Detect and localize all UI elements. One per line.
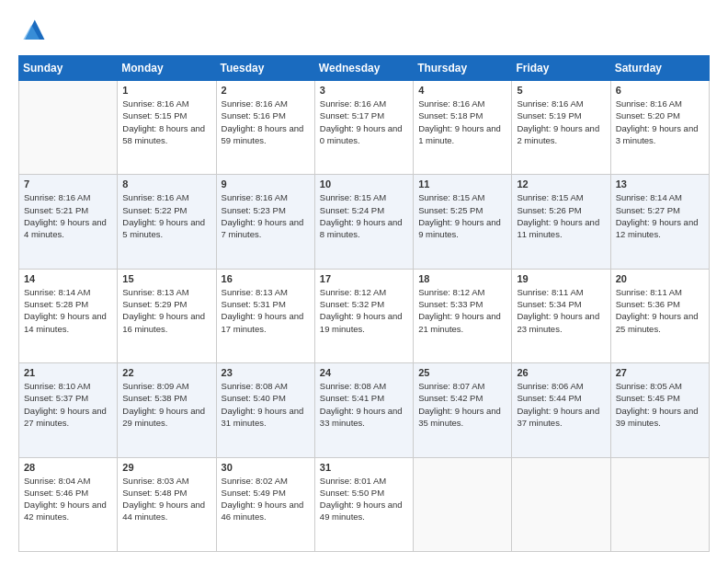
- weekday-header-row: SundayMondayTuesdayWednesdayThursdayFrid…: [19, 56, 710, 81]
- day-number: 15: [122, 273, 210, 284]
- day-number: 17: [320, 273, 408, 284]
- day-info: Sunrise: 8:16 AMSunset: 5:15 PMDaylight:…: [122, 98, 210, 146]
- weekday-header-friday: Friday: [512, 56, 610, 81]
- header: [18, 17, 710, 46]
- day-info: Sunrise: 8:13 AMSunset: 5:29 PMDaylight:…: [122, 286, 210, 335]
- day-number: 19: [517, 273, 605, 284]
- logo-icon: [18, 17, 48, 46]
- day-number: 26: [517, 367, 605, 378]
- day-info: Sunrise: 8:14 AMSunset: 5:28 PMDaylight:…: [24, 286, 112, 335]
- day-info: Sunrise: 8:08 AMSunset: 5:41 PMDaylight:…: [320, 380, 408, 429]
- calendar-cell: [414, 457, 512, 551]
- day-info: Sunrise: 8:16 AMSunset: 5:16 PMDaylight:…: [222, 98, 310, 146]
- weekday-header-thursday: Thursday: [414, 56, 512, 81]
- calendar-cell: 15Sunrise: 8:13 AMSunset: 5:29 PMDayligh…: [118, 269, 216, 362]
- calendar-cell: [610, 457, 709, 551]
- day-info: Sunrise: 8:13 AMSunset: 5:31 PMDaylight:…: [222, 286, 310, 335]
- calendar-cell: 27Sunrise: 8:05 AMSunset: 5:45 PMDayligh…: [610, 363, 709, 457]
- day-number: 28: [24, 462, 112, 473]
- day-number: 8: [122, 178, 210, 190]
- calendar-cell: 16Sunrise: 8:13 AMSunset: 5:31 PMDayligh…: [216, 269, 314, 362]
- week-row-3: 14Sunrise: 8:14 AMSunset: 5:28 PMDayligh…: [19, 269, 710, 362]
- calendar-cell: 19Sunrise: 8:11 AMSunset: 5:34 PMDayligh…: [512, 269, 610, 362]
- calendar-cell: 10Sunrise: 8:15 AMSunset: 5:24 PMDayligh…: [314, 175, 413, 269]
- weekday-header-saturday: Saturday: [610, 56, 709, 81]
- day-info: Sunrise: 8:03 AMSunset: 5:48 PMDaylight:…: [122, 475, 210, 523]
- day-info: Sunrise: 8:15 AMSunset: 5:25 PMDaylight:…: [418, 191, 506, 240]
- day-info: Sunrise: 8:16 AMSunset: 5:23 PMDaylight:…: [222, 191, 310, 240]
- calendar-cell: 29Sunrise: 8:03 AMSunset: 5:48 PMDayligh…: [118, 457, 216, 551]
- logo: [18, 17, 51, 46]
- day-number: 10: [320, 178, 408, 190]
- day-number: 31: [320, 462, 408, 473]
- calendar-cell: 20Sunrise: 8:11 AMSunset: 5:36 PMDayligh…: [610, 269, 709, 362]
- day-info: Sunrise: 8:16 AMSunset: 5:20 PMDaylight:…: [616, 98, 704, 146]
- calendar-cell: 4Sunrise: 8:16 AMSunset: 5:18 PMDaylight…: [414, 81, 512, 175]
- day-number: 30: [222, 462, 310, 473]
- calendar-cell: 6Sunrise: 8:16 AMSunset: 5:20 PMDaylight…: [610, 81, 709, 175]
- day-info: Sunrise: 8:11 AMSunset: 5:34 PMDaylight:…: [517, 286, 605, 335]
- calendar-cell: 14Sunrise: 8:14 AMSunset: 5:28 PMDayligh…: [19, 269, 118, 362]
- day-number: 14: [24, 273, 112, 284]
- day-info: Sunrise: 8:08 AMSunset: 5:40 PMDaylight:…: [222, 380, 310, 429]
- day-info: Sunrise: 8:09 AMSunset: 5:38 PMDaylight:…: [122, 380, 210, 429]
- calendar-cell: 7Sunrise: 8:16 AMSunset: 5:21 PMDaylight…: [19, 175, 118, 269]
- calendar-cell: 28Sunrise: 8:04 AMSunset: 5:46 PMDayligh…: [19, 457, 118, 551]
- day-number: 27: [616, 367, 704, 378]
- day-number: 4: [418, 85, 506, 96]
- day-number: 20: [616, 273, 704, 284]
- day-info: Sunrise: 8:16 AMSunset: 5:22 PMDaylight:…: [122, 191, 210, 240]
- day-info: Sunrise: 8:06 AMSunset: 5:44 PMDaylight:…: [517, 380, 605, 429]
- calendar-cell: 23Sunrise: 8:08 AMSunset: 5:40 PMDayligh…: [216, 363, 314, 457]
- day-number: 6: [616, 85, 704, 96]
- calendar-cell: 17Sunrise: 8:12 AMSunset: 5:32 PMDayligh…: [314, 269, 413, 362]
- calendar-cell: 5Sunrise: 8:16 AMSunset: 5:19 PMDaylight…: [512, 81, 610, 175]
- calendar-cell: 18Sunrise: 8:12 AMSunset: 5:33 PMDayligh…: [414, 269, 512, 362]
- day-info: Sunrise: 8:14 AMSunset: 5:27 PMDaylight:…: [616, 191, 704, 240]
- day-info: Sunrise: 8:02 AMSunset: 5:49 PMDaylight:…: [222, 475, 310, 523]
- calendar-cell: 1Sunrise: 8:16 AMSunset: 5:15 PMDaylight…: [118, 81, 216, 175]
- calendar-cell: 8Sunrise: 8:16 AMSunset: 5:22 PMDaylight…: [118, 175, 216, 269]
- day-info: Sunrise: 8:11 AMSunset: 5:36 PMDaylight:…: [616, 286, 704, 335]
- day-number: 22: [122, 367, 210, 378]
- calendar-cell: 25Sunrise: 8:07 AMSunset: 5:42 PMDayligh…: [414, 363, 512, 457]
- day-number: 2: [222, 85, 310, 96]
- day-info: Sunrise: 8:10 AMSunset: 5:37 PMDaylight:…: [24, 380, 112, 429]
- calendar-cell: 3Sunrise: 8:16 AMSunset: 5:17 PMDaylight…: [314, 81, 413, 175]
- week-row-5: 28Sunrise: 8:04 AMSunset: 5:46 PMDayligh…: [19, 457, 710, 551]
- calendar-table: SundayMondayTuesdayWednesdayThursdayFrid…: [18, 55, 710, 552]
- day-number: 3: [320, 85, 408, 96]
- day-info: Sunrise: 8:16 AMSunset: 5:19 PMDaylight:…: [517, 98, 605, 146]
- day-number: 1: [122, 85, 210, 96]
- calendar-cell: 13Sunrise: 8:14 AMSunset: 5:27 PMDayligh…: [610, 175, 709, 269]
- calendar-cell: 9Sunrise: 8:16 AMSunset: 5:23 PMDaylight…: [216, 175, 314, 269]
- calendar-cell: 11Sunrise: 8:15 AMSunset: 5:25 PMDayligh…: [414, 175, 512, 269]
- day-number: 23: [222, 367, 310, 378]
- week-row-2: 7Sunrise: 8:16 AMSunset: 5:21 PMDaylight…: [19, 175, 710, 269]
- week-row-4: 21Sunrise: 8:10 AMSunset: 5:37 PMDayligh…: [19, 363, 710, 457]
- day-info: Sunrise: 8:15 AMSunset: 5:26 PMDaylight:…: [517, 191, 605, 240]
- day-info: Sunrise: 8:05 AMSunset: 5:45 PMDaylight:…: [616, 380, 704, 429]
- day-number: 13: [616, 178, 704, 190]
- day-number: 25: [418, 367, 506, 378]
- day-info: Sunrise: 8:12 AMSunset: 5:33 PMDaylight:…: [418, 286, 506, 335]
- day-number: 21: [24, 367, 112, 378]
- calendar-cell: 30Sunrise: 8:02 AMSunset: 5:49 PMDayligh…: [216, 457, 314, 551]
- calendar-cell: 2Sunrise: 8:16 AMSunset: 5:16 PMDaylight…: [216, 81, 314, 175]
- week-row-1: 1Sunrise: 8:16 AMSunset: 5:15 PMDaylight…: [19, 81, 710, 175]
- calendar-cell: 31Sunrise: 8:01 AMSunset: 5:50 PMDayligh…: [314, 457, 413, 551]
- weekday-header-monday: Monday: [118, 56, 216, 81]
- day-info: Sunrise: 8:16 AMSunset: 5:17 PMDaylight:…: [320, 98, 408, 146]
- calendar-cell: [19, 81, 118, 175]
- day-number: 18: [418, 273, 506, 284]
- calendar-cell: 24Sunrise: 8:08 AMSunset: 5:41 PMDayligh…: [314, 363, 413, 457]
- day-number: 5: [517, 85, 605, 96]
- day-number: 24: [320, 367, 408, 378]
- day-info: Sunrise: 8:16 AMSunset: 5:21 PMDaylight:…: [24, 191, 112, 240]
- page: SundayMondayTuesdayWednesdayThursdayFrid…: [0, 0, 728, 563]
- day-number: 11: [418, 178, 506, 190]
- calendar-cell: 22Sunrise: 8:09 AMSunset: 5:38 PMDayligh…: [118, 363, 216, 457]
- day-number: 7: [24, 178, 112, 190]
- calendar-cell: [512, 457, 610, 551]
- day-info: Sunrise: 8:16 AMSunset: 5:18 PMDaylight:…: [418, 98, 506, 146]
